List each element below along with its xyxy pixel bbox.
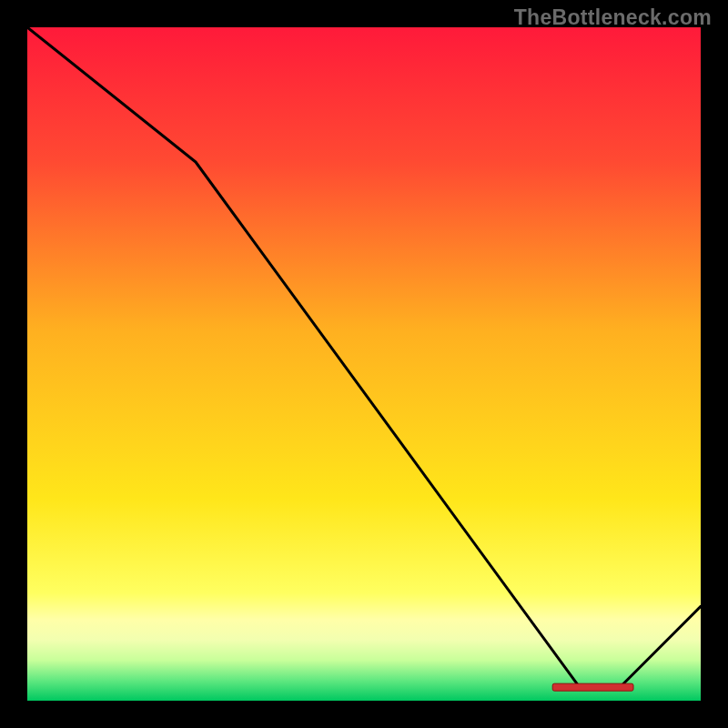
gradient-background [27, 27, 701, 701]
optimal-range-marker [552, 683, 633, 691]
chart-frame [27, 27, 701, 701]
watermark-text: TheBottleneck.com [514, 5, 712, 30]
bottleneck-chart [27, 27, 701, 701]
